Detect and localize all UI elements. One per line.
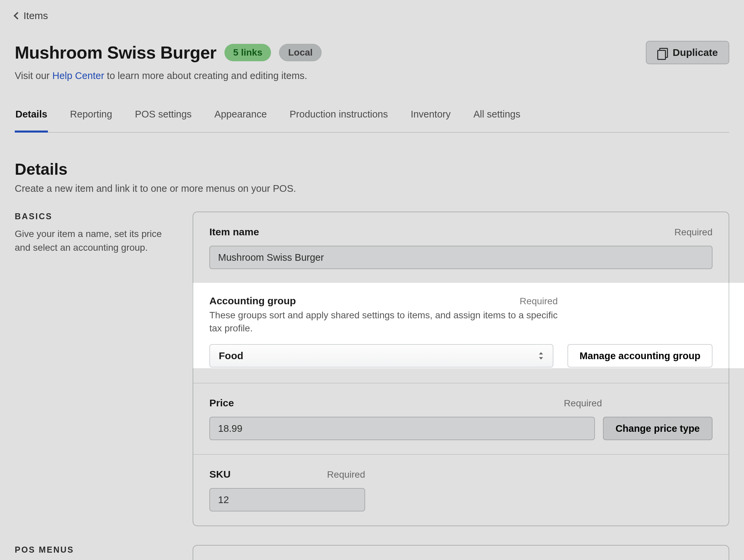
page-subtitle: Visit our Help Center to learn more abou… bbox=[15, 70, 729, 81]
tabs: Details Reporting POS settings Appearanc… bbox=[15, 109, 729, 132]
pos-menus-side-title: POS MENUS bbox=[15, 545, 179, 555]
col-path: Path bbox=[571, 558, 712, 560]
duplicate-icon bbox=[657, 48, 667, 57]
tab-pos-settings[interactable]: POS settings bbox=[134, 109, 192, 132]
menus-table-header: Menu name Screen name Path bbox=[209, 558, 712, 560]
price-input[interactable] bbox=[209, 417, 595, 440]
accounting-group-value: Food bbox=[219, 350, 243, 361]
sku-label: SKU bbox=[209, 469, 230, 480]
page-title: Mushroom Swiss Burger bbox=[15, 42, 216, 63]
breadcrumb-label: Items bbox=[24, 10, 48, 22]
manage-accounting-group-button[interactable]: Manage accounting group bbox=[567, 344, 712, 367]
breadcrumb-back[interactable]: Items bbox=[15, 7, 729, 32]
col-screen-name: Screen name bbox=[404, 558, 537, 560]
links-badge[interactable]: 5 links bbox=[224, 44, 271, 61]
section-subheading: Create a new item and link it to one or … bbox=[15, 183, 729, 194]
basics-side-text: Give your item a name, set its price and… bbox=[15, 227, 179, 254]
help-center-link[interactable]: Help Center bbox=[52, 70, 104, 81]
accounting-group-label: Accounting group bbox=[209, 295, 296, 307]
tab-inventory[interactable]: Inventory bbox=[410, 109, 451, 132]
accounting-group-help: These groups sort and apply shared setti… bbox=[209, 309, 558, 335]
accounting-group-select[interactable]: Food bbox=[209, 344, 553, 367]
tab-production[interactable]: Production instructions bbox=[289, 109, 388, 132]
chevron-left-icon bbox=[14, 12, 22, 20]
tab-all-settings[interactable]: All settings bbox=[473, 109, 521, 132]
basics-side-title: BASICS bbox=[15, 211, 179, 221]
item-name-input[interactable] bbox=[209, 246, 712, 269]
tab-details[interactable]: Details bbox=[15, 109, 48, 132]
section-heading: Details bbox=[15, 160, 729, 178]
sku-required: Required bbox=[327, 469, 365, 480]
sku-input[interactable] bbox=[209, 488, 365, 512]
tab-appearance[interactable]: Appearance bbox=[214, 109, 267, 132]
tab-reporting[interactable]: Reporting bbox=[69, 109, 113, 132]
select-caret-icon bbox=[538, 352, 544, 360]
change-price-type-button[interactable]: Change price type bbox=[603, 417, 712, 440]
col-menu-name: Menu name bbox=[209, 558, 370, 560]
accounting-group-required: Required bbox=[520, 296, 558, 307]
duplicate-button[interactable]: Duplicate bbox=[646, 41, 729, 64]
scope-badge[interactable]: Local bbox=[279, 44, 322, 61]
price-required: Required bbox=[564, 398, 602, 409]
item-name-required: Required bbox=[674, 227, 712, 238]
item-name-label: Item name bbox=[209, 226, 259, 238]
price-label: Price bbox=[209, 397, 234, 409]
duplicate-label: Duplicate bbox=[673, 47, 718, 58]
